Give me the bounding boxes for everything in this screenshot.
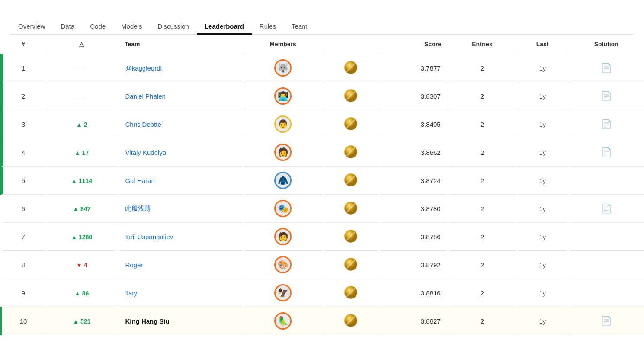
nav-item-data[interactable]: Data [53, 18, 83, 34]
medal-cell [323, 138, 379, 167]
score-cell: 3.8662 [379, 138, 448, 167]
solution-cell[interactable]: 📄 [568, 138, 644, 167]
score-cell: 3.8307 [379, 82, 448, 110]
solution-cell[interactable]: 📄 [568, 307, 644, 335]
entries-cell: 2 [448, 251, 516, 279]
entries-cell: 2 [448, 110, 516, 138]
col-delta[interactable]: △ [46, 35, 118, 54]
nav-item-models[interactable]: Models [113, 18, 150, 34]
avatar: 🧑 [274, 228, 292, 245]
members-cell: 🦅 [243, 279, 323, 307]
members-cell: 🎨 [243, 251, 323, 279]
col-score: Score [379, 35, 448, 54]
solution-cell[interactable]: 📄 [568, 195, 644, 223]
team-name-cell[interactable]: King Hang Siu [118, 307, 243, 335]
delta-cell: ▲ 1114 [46, 167, 118, 195]
table-row: 9▲ 86flaty🦅3.881621y [1, 279, 644, 307]
rank-cell: 4 [1, 138, 46, 167]
table-row: 3▲ 2Chris Deotte👨3.840521y📄 [1, 110, 644, 138]
team-name-cell[interactable]: 此般浅薄 [118, 195, 243, 223]
solution-cell[interactable]: 📄 [568, 54, 644, 82]
team-name-cell[interactable]: Chris Deotte [118, 110, 243, 138]
gold-medal-icon [344, 89, 357, 102]
col-last: Last [516, 35, 569, 54]
rank-cell: 8 [1, 251, 46, 279]
avatar: 🧑 [274, 144, 292, 161]
score-cell: 3.8780 [379, 195, 448, 223]
team-name-cell[interactable]: Vitaly Kudelya [118, 138, 243, 167]
nav-item-team[interactable]: Team [284, 18, 315, 34]
team-name-cell[interactable]: Daniel Phalen [118, 82, 243, 110]
col-entries: Entries [448, 35, 516, 54]
members-cell: 👨‍💻 [243, 82, 323, 110]
main-nav: OverviewDataCodeModelsDiscussionLeaderbo… [10, 18, 634, 35]
rank-cell: 10 [1, 307, 46, 335]
leaderboard-table-container: # △ Team Members Score Entries Last Solu… [0, 35, 644, 335]
delta-cell: ▼ 4 [46, 251, 118, 279]
team-name-cell[interactable]: Roger [118, 251, 243, 279]
team-name-cell[interactable]: flaty [118, 279, 243, 307]
col-spacer [323, 35, 379, 54]
medal-cell [323, 251, 379, 279]
avatar: 🧥 [274, 172, 292, 189]
nav-item-rules[interactable]: Rules [252, 18, 284, 34]
entries-cell: 2 [448, 223, 516, 251]
avatar: 🦅 [274, 284, 292, 301]
nav-item-leaderboard[interactable]: Leaderboard [197, 18, 252, 34]
solution-cell[interactable]: 📄 [568, 110, 644, 138]
last-cell: 1y [516, 82, 569, 110]
members-cell: 👨 [243, 110, 323, 138]
table-row: 4▲ 17Vitaly Kudelya🧑3.866221y📄 [1, 138, 644, 167]
avatar: 🎨 [274, 256, 292, 273]
last-cell: 1y [516, 251, 569, 279]
members-cell: 🧥 [243, 167, 323, 195]
avatar: 👨‍💻 [274, 87, 292, 105]
nav-item-code[interactable]: Code [82, 18, 113, 34]
nav-item-discussion[interactable]: Discussion [150, 18, 197, 34]
gold-medal-icon [344, 314, 357, 327]
solution-doc-icon[interactable]: 📄 [601, 204, 612, 213]
avatar: 🐺 [274, 59, 292, 77]
team-name-cell[interactable]: Gal Harari [118, 167, 243, 195]
entries-cell: 2 [448, 82, 516, 110]
solution-doc-icon[interactable]: 📄 [601, 91, 612, 101]
solution-doc-icon[interactable]: 📄 [601, 316, 612, 326]
solution-doc-icon[interactable]: 📄 [601, 119, 612, 129]
last-cell: 1y [516, 223, 569, 251]
table-header-row: # △ Team Members Score Entries Last Solu… [1, 35, 644, 54]
nav-item-overview[interactable]: Overview [10, 18, 53, 34]
members-cell: 🧑 [243, 138, 323, 167]
score-cell: 3.7877 [379, 54, 448, 82]
score-cell: 3.8405 [379, 110, 448, 138]
score-cell: 3.8792 [379, 251, 448, 279]
gold-medal-icon [344, 286, 357, 299]
medal-cell [323, 54, 379, 82]
delta-cell: ▲ 17 [46, 138, 118, 167]
table-row: 7▲ 1280Iurii Uspangaliev🧑3.878621y [1, 223, 644, 251]
entries-cell: 2 [448, 307, 516, 335]
team-name-cell[interactable]: @kaggleqrdl [118, 54, 243, 82]
last-cell: 1y [516, 54, 569, 82]
delta-cell: ▲ 86 [46, 279, 118, 307]
delta-cell: — [46, 82, 118, 110]
score-cell: 3.8786 [379, 223, 448, 251]
rank-cell: 2 [1, 82, 46, 110]
rank-cell: 1 [1, 54, 46, 82]
rank-cell: 7 [1, 223, 46, 251]
medal-cell [323, 279, 379, 307]
rank-cell: 6 [1, 195, 46, 223]
medal-cell [323, 195, 379, 223]
gold-medal-icon [344, 61, 357, 74]
members-cell: 🦜 [243, 307, 323, 335]
entries-cell: 2 [448, 195, 516, 223]
solution-cell[interactable]: 📄 [568, 82, 644, 110]
solution-doc-icon[interactable]: 📄 [601, 147, 612, 157]
entries-cell: 2 [448, 54, 516, 82]
avatar: 🦜 [274, 312, 292, 330]
solution-cell [568, 279, 644, 307]
table-row: 8▼ 4Roger🎨3.879221y [1, 251, 644, 279]
team-name-cell[interactable]: Iurii Uspangaliev [118, 223, 243, 251]
delta-cell: ▲ 2 [46, 110, 118, 138]
solution-doc-icon[interactable]: 📄 [601, 63, 612, 73]
delta-cell: ▲ 847 [46, 195, 118, 223]
